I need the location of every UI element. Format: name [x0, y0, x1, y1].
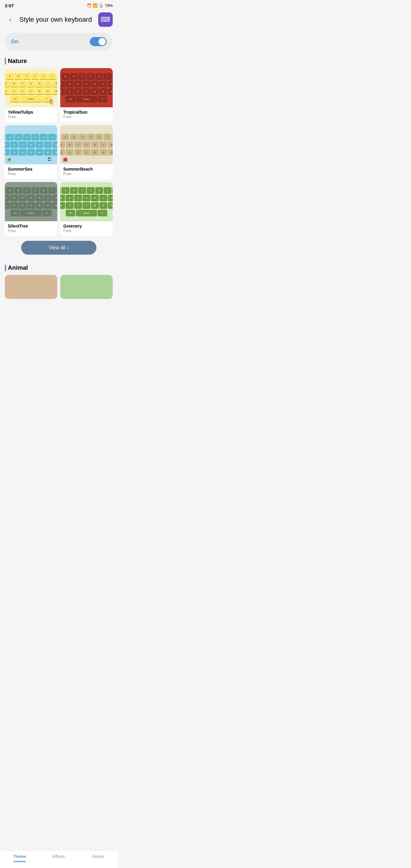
theme-name-summersea: SummerSea [8, 167, 54, 172]
theme-info-silenttree: SilentTree Free [5, 221, 57, 236]
theme-grid: Q W E R T Y U I O P A [5, 68, 113, 236]
page-title: Style your own keyboard [19, 16, 92, 24]
theme-info-greenery: Greenery Free [60, 221, 113, 236]
toggle-label: On [11, 38, 19, 45]
section-accent [5, 58, 6, 64]
theme-card-summerbeach[interactable]: Q W E R T Y U I O P A [60, 125, 113, 179]
status-time: 2:07 [5, 3, 14, 8]
theme-card-animal-1[interactable] [5, 275, 57, 299]
toggle-switch[interactable] [90, 37, 107, 46]
animal-title-text: Animal [8, 264, 28, 271]
nature-section: Nature Q W E R T Y U I [0, 55, 118, 259]
theme-preview-greenery: Q W E R T Y U I O P A [60, 182, 113, 221]
kb-greenery: Q W E R T Y U I O P A [60, 182, 113, 221]
top-bar: ‹ Style your own keyboard ⌨ [0, 10, 118, 30]
theme-preview-yellowtulips: Q W E R T Y U I O P A [5, 68, 57, 107]
view-all-button[interactable]: View all › [21, 241, 96, 255]
theme-price-summerbeach: Free [63, 172, 110, 176]
theme-preview-silenttree: Q W E R T Y U I O P A [5, 182, 57, 221]
theme-preview-tropicalsun: Q W E R T Y U I O P A [60, 68, 113, 107]
theme-info-summersea: SummerSea Free [5, 164, 57, 179]
alarm-icon: ⏰ [87, 3, 92, 8]
nature-title-text: Nature [8, 58, 27, 64]
theme-price-greenery: Free [63, 228, 110, 233]
animal-section: Animal [0, 264, 118, 305]
theme-card-tropicalsun[interactable]: Q W E R T Y U I O P A [60, 68, 113, 122]
theme-price-yellowtulips: Free [8, 115, 54, 119]
theme-card-silenttree[interactable]: Q W E R T Y U I O P A [5, 182, 57, 236]
kb-silenttree: Q W E R T Y U I O P A [5, 182, 57, 221]
back-icon: ‹ [9, 16, 11, 23]
status-bar: 2:07 ⏰ 📶 📡 79% [0, 0, 118, 10]
kb-tropicalsun: Q W E R T Y U I O P A [60, 68, 113, 107]
theme-card-summersea[interactable]: Q W E R T Y U I O P A [5, 125, 57, 179]
theme-info-summerbeach: SummerBeach Free [60, 164, 113, 179]
theme-info-yellowtulips: YellowTulips Free [5, 107, 57, 122]
wifi-icon: 📶 [93, 3, 98, 8]
theme-name-yellowtulips: YellowTulips [8, 110, 54, 115]
animal-theme-grid [5, 275, 113, 299]
animal-section-title: Animal [5, 264, 113, 271]
keyboard-button[interactable]: ⌨ [98, 12, 113, 27]
theme-name-summerbeach: SummerBeach [63, 167, 110, 172]
theme-card-yellowtulips[interactable]: Q W E R T Y U I O P A [5, 68, 57, 122]
back-button[interactable]: ‹ [5, 14, 16, 25]
top-bar-left: ‹ Style your own keyboard [5, 14, 92, 25]
theme-price-summersea: Free [8, 172, 54, 176]
theme-card-animal-2[interactable] [60, 275, 113, 299]
theme-name-silenttree: SilentTree [8, 224, 54, 228]
toggle-row: On [5, 33, 113, 50]
signal-icon: 📡 [99, 3, 104, 8]
view-all-arrow: › [67, 245, 69, 250]
nature-section-title: Nature [5, 58, 113, 64]
theme-preview-summerbeach: Q W E R T Y U I O P A [60, 125, 113, 164]
kb-summerbeach: Q W E R T Y U I O P A [60, 125, 113, 164]
theme-name-greenery: Greenery [63, 224, 110, 228]
theme-preview-summersea: Q W E R T Y U I O P A [5, 125, 57, 164]
theme-name-tropicalsun: TropicalSun [63, 110, 110, 115]
theme-card-greenery[interactable]: Q W E R T Y U I O P A [60, 182, 113, 236]
battery-text: 79% [105, 3, 113, 8]
theme-info-tropicalsun: TropicalSun Free [60, 107, 113, 122]
kb-yellowtulips: Q W E R T Y U I O P A [5, 68, 57, 107]
keyboard-icon: ⌨ [101, 16, 110, 24]
view-all-label: View all [49, 245, 65, 250]
theme-price-tropicalsun: Free [63, 115, 110, 119]
kb-summersea: Q W E R T Y U I O P A [5, 125, 57, 164]
status-icons: ⏰ 📶 📡 79% [87, 3, 113, 8]
animal-accent [5, 265, 6, 271]
theme-price-silenttree: Free [8, 228, 54, 233]
